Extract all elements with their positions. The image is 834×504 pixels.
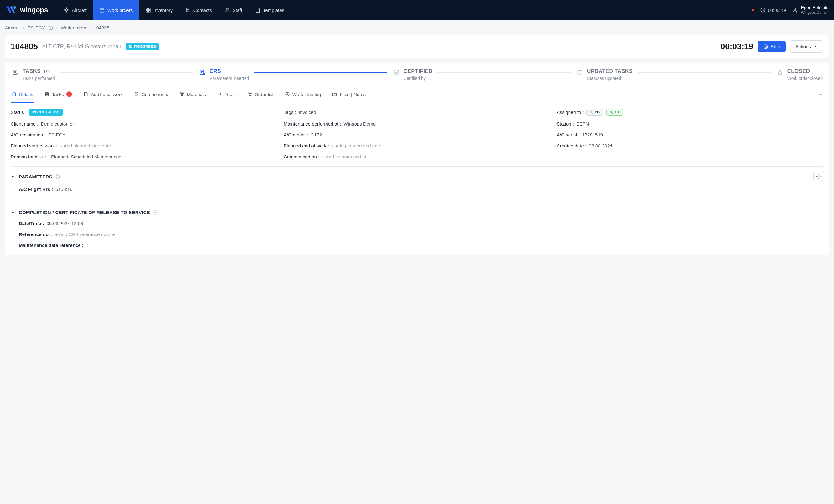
step-updated-tasks[interactable]: UPDATED TASKS Statuses updated <box>576 68 633 81</box>
field-planned-end: Planned end of work + Add planned end da… <box>284 143 550 148</box>
svg-point-28 <box>249 95 249 96</box>
recording-dot-icon <box>752 9 754 11</box>
tab-files-notes[interactable]: Files | Notes <box>331 87 366 103</box>
nav-contacts[interactable]: Contacts <box>179 0 218 20</box>
add-crs-reference-button[interactable]: + Add CRS reference number <box>55 232 117 237</box>
field-tags: Tags Invoiced <box>284 109 550 115</box>
topbar-timer[interactable]: 00:03:19 <box>760 7 786 13</box>
content-card: Details Tasks 1 Additional work Componen… <box>5 86 829 256</box>
stop-button[interactable]: Stop <box>758 41 786 52</box>
templates-icon <box>255 7 261 13</box>
cart-icon <box>247 92 252 97</box>
breadcrumb-id: 104805 <box>94 25 109 30</box>
person-icon <box>609 110 614 114</box>
chevron-down-icon <box>10 174 16 179</box>
user-menu[interactable]: Egon Eelmets Wingops Demo <box>792 5 828 15</box>
add-planned-end-button[interactable]: + Add planned end date <box>331 143 381 148</box>
step-crs[interactable]: CRS Parameters inserted <box>198 68 249 81</box>
svg-point-10 <box>794 8 796 10</box>
svg-point-27 <box>181 94 182 96</box>
field-crs-datetime: Date/Time 05.09.2024 12:08 <box>19 221 824 226</box>
tab-work-time-log[interactable]: Work time log <box>284 87 322 103</box>
nav-staff[interactable]: Staff <box>218 0 248 20</box>
person-icon <box>589 110 594 114</box>
tab-tools[interactable]: Tools <box>217 87 236 103</box>
tab-additional-work[interactable]: Additional work <box>83 87 123 103</box>
section-settings-button[interactable] <box>813 172 824 181</box>
add-planned-start-button[interactable]: + Add planned start date <box>60 143 111 148</box>
field-ac-registration: A/C registration ES-ECY <box>10 132 277 137</box>
section-parameters-header[interactable]: PARAMETERS <box>10 167 824 187</box>
components-icon <box>134 92 139 97</box>
document-icon <box>83 92 88 97</box>
status-badge: IN PROGRESS <box>126 43 159 50</box>
tab-materials[interactable]: Materials <box>179 87 206 103</box>
svg-point-33 <box>821 94 822 95</box>
actions-button[interactable]: Actions <box>790 40 824 52</box>
more-icon <box>818 92 824 97</box>
nav-aircraft[interactable]: Aircraft <box>57 0 93 20</box>
work-orders-icon <box>99 7 105 13</box>
svg-point-29 <box>250 95 251 96</box>
brand-name: wingops <box>20 6 48 14</box>
user-icon <box>792 7 798 13</box>
nav-inventory[interactable]: Inventory <box>139 0 179 20</box>
main-nav: Aircraft Work orders Inventory Contacts … <box>57 0 290 20</box>
shield-icon <box>393 69 399 75</box>
work-timer: 00:03:19 <box>721 42 753 51</box>
status-badge-inline: IN PROGRESS <box>29 109 63 115</box>
svg-rect-3 <box>146 10 148 12</box>
user-org: Wingops Demo <box>801 10 828 15</box>
svg-point-37 <box>818 176 819 177</box>
tab-details[interactable]: Details <box>10 87 34 103</box>
logo[interactable]: wingops <box>6 5 48 15</box>
field-maintenance-data-reference: Maintenance data reference <box>19 243 824 248</box>
svg-rect-1 <box>146 8 148 9</box>
tabs-more-button[interactable] <box>818 92 824 97</box>
assignee-chip-hv[interactable]: HV <box>586 109 603 115</box>
work-order-description: ALT CTR, R/H MLG covers repair <box>42 44 122 50</box>
gear-icon <box>816 174 821 179</box>
tab-components[interactable]: Components <box>133 87 169 103</box>
details-icon <box>11 92 16 97</box>
svg-point-32 <box>820 94 821 95</box>
assignee-chip-ee[interactable]: EE <box>607 109 623 115</box>
work-order-id: 104805 <box>10 42 38 51</box>
svg-rect-23 <box>135 94 136 96</box>
info-icon[interactable] <box>48 25 53 30</box>
tab-tasks[interactable]: Tasks 1 <box>44 86 73 103</box>
svg-point-31 <box>819 94 819 95</box>
tab-order-list[interactable]: Order list <box>246 87 274 103</box>
breadcrumb-aircraft[interactable]: Aircraft <box>5 25 20 30</box>
step-certified[interactable]: CERTIFIED Certified by <box>392 68 432 81</box>
svg-rect-18 <box>778 72 782 74</box>
field-reason-for-issue: Reason for issue Planned/ Scheduled Main… <box>10 154 277 159</box>
field-assigned-to: Assigned to HV EE <box>557 109 824 115</box>
tasks-tab-icon <box>44 92 49 97</box>
svg-rect-24 <box>137 94 138 96</box>
breadcrumb-work-orders[interactable]: Work orders <box>61 25 86 30</box>
tasks-icon <box>12 69 19 75</box>
svg-rect-13 <box>765 46 766 47</box>
field-crs-reference-no: Reference no. + Add CRS reference number <box>19 232 824 237</box>
step-tasks[interactable]: TASKS 1/2 Tasks performed <box>11 68 55 81</box>
svg-point-34 <box>591 110 592 112</box>
inventory-icon <box>145 7 151 13</box>
titlebar: 104805 ALT CTR, R/H MLG covers repair IN… <box>5 36 829 58</box>
svg-point-12 <box>764 45 768 48</box>
field-maintenance-performed-at: Maintenance performed at Wingops Demo <box>284 121 550 127</box>
step-closed[interactable]: CLOSED Work order closed <box>776 68 823 81</box>
nav-work-orders[interactable]: Work orders <box>93 0 139 20</box>
aircraft-icon <box>64 7 69 13</box>
add-commenced-on-button[interactable]: + Add commenced on <box>322 154 368 159</box>
breadcrumb-reg[interactable]: ES-ECY <box>27 25 45 30</box>
field-planned-start: Planned start of work + Add planned star… <box>10 143 277 148</box>
svg-rect-19 <box>12 93 16 96</box>
section-crs-header[interactable]: COMPLETION / CERTIFICATE OF RELEASE TO S… <box>10 204 824 221</box>
staff-icon <box>224 7 230 13</box>
info-icon[interactable] <box>56 174 61 179</box>
info-icon[interactable] <box>153 210 158 215</box>
nav-templates[interactable]: Templates <box>248 0 290 20</box>
field-station: Station EETN <box>557 121 824 127</box>
contacts-icon <box>185 7 191 13</box>
